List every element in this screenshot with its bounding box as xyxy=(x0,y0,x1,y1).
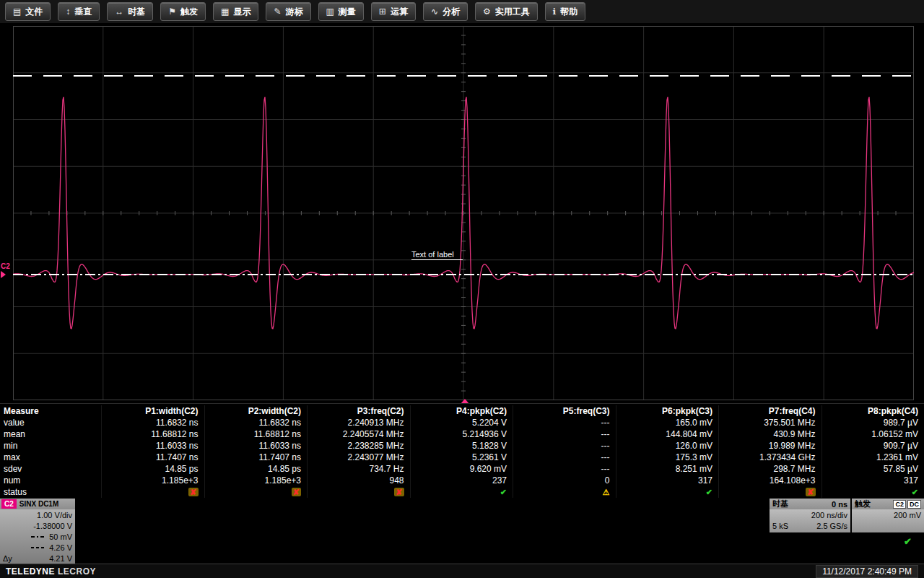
measure-value-cell: 2.243077 MHz xyxy=(307,452,410,463)
measure-row-label: mean xyxy=(0,428,101,440)
measure-value-cell: 1.06152 mV xyxy=(821,428,924,440)
menu-timebase-button[interactable]: ↔时基 xyxy=(107,2,153,21)
measure-col-header[interactable]: P7:freq(C4) xyxy=(718,405,821,417)
timebase-panel[interactable]: 时基 0 ns 200 ns/div 5 kS2.5 GS/s xyxy=(770,499,850,532)
channel-cursor-high-row: 4.26 V xyxy=(0,542,75,553)
status-fail-icon: ✘ xyxy=(806,488,815,496)
trigger-title: 触发 xyxy=(855,499,871,509)
channel-c2-zero-marker[interactable]: C2 xyxy=(1,262,10,278)
menu-analysis-label: 分析 xyxy=(443,6,460,18)
measure-value-cell: 14.85 ps xyxy=(204,463,308,475)
channel-c2-marker-label: C2 xyxy=(1,262,10,270)
menu-help-button[interactable]: ℹ帮助 xyxy=(545,2,586,21)
measure-status-cell: ✘ xyxy=(307,486,410,498)
channel-cursor-low-row: 50 mV xyxy=(0,531,75,542)
measure-col-header[interactable]: P3:freq(C2) xyxy=(307,405,410,417)
flag-icon: ⚑ xyxy=(168,7,176,17)
menu-math-label: 运算 xyxy=(391,6,408,18)
menu-display-button[interactable]: ▦显示 xyxy=(213,2,258,21)
brand-logo: TELEDYNELECROY xyxy=(6,566,96,577)
waveform-display[interactable]: C2 Text of label xyxy=(0,24,924,403)
measure-value-cell: 0 xyxy=(513,475,616,486)
measure-value-cell: 165.0 mV xyxy=(616,417,719,428)
dashdot-line-icon xyxy=(31,536,45,538)
dashed-line-icon xyxy=(31,547,45,548)
trigger-source-chip: C2 xyxy=(893,500,906,509)
menu-help-label: 帮助 xyxy=(560,6,578,18)
brand-lecroy: LECROY xyxy=(58,566,96,577)
vertical-arrows-icon: ↕ xyxy=(66,7,70,17)
status-fail-icon: ✘ xyxy=(188,488,198,496)
menu-analysis-button[interactable]: ∿分析 xyxy=(423,2,468,21)
measure-col-header[interactable]: P2:width(C2) xyxy=(204,405,308,417)
channel-offset-row: -1.38000 V xyxy=(0,520,75,531)
measure-col-header[interactable]: P8:pkpk(C4) xyxy=(821,405,924,417)
measure-status-cell: ✘ xyxy=(718,486,821,498)
file-icon: ▤ xyxy=(13,7,21,17)
menu-trigger-button[interactable]: ⚑触发 xyxy=(160,2,206,21)
trigger-status-check-icon: ✔ xyxy=(904,536,912,547)
channel-c2-arrow-icon xyxy=(1,271,6,278)
horizontal-arrows-icon: ↔ xyxy=(115,7,123,17)
measure-value-cell: 164.108e+3 xyxy=(718,475,821,486)
channel-vdiv-row: 1.00 V/div xyxy=(0,509,75,520)
status-ok-icon: ✔ xyxy=(706,488,712,496)
channel-delta-row: Δy4.21 V xyxy=(0,553,75,564)
menu-utilities-label: 实用工具 xyxy=(495,6,530,18)
measure-value-cell: 2.2405574 MHz xyxy=(307,428,410,440)
measure-value-cell: 8.251 mV xyxy=(616,463,719,475)
measure-value-cell: 11.6832 ns xyxy=(204,417,308,428)
menu-cursors-button[interactable]: ✎游标 xyxy=(266,2,310,21)
menu-vertical-button[interactable]: ↕垂直 xyxy=(58,2,100,21)
measure-value-cell: 126.0 mV xyxy=(616,440,719,452)
measure-value-cell: 11.6832 ns xyxy=(101,417,204,428)
measure-col-header[interactable]: P6:pkpk(C3) xyxy=(616,405,719,417)
measure-value-cell: 1.185e+3 xyxy=(101,475,204,486)
waveform-canvas[interactable] xyxy=(13,26,914,400)
measure-status-cell: ⚠ xyxy=(513,486,616,498)
measure-header-label: Measure xyxy=(0,405,101,417)
measure-value-cell: 317 xyxy=(821,475,924,486)
calculator-icon: ⊞ xyxy=(379,7,386,17)
channel-header: C2 SINX DC1M xyxy=(0,499,75,509)
channel-descriptor-c2[interactable]: C2 SINX DC1M 1.00 V/div -1.38000 V 50 mV… xyxy=(0,499,75,564)
measure-value-cell: 175.3 mV xyxy=(616,452,719,463)
pencil-icon: ✎ xyxy=(274,7,281,17)
measure-col-header[interactable]: P1:width(C2) xyxy=(101,405,204,417)
menu-timebase-label: 时基 xyxy=(128,6,145,18)
timebase-sampling-row: 5 kS2.5 GS/s xyxy=(770,520,850,531)
timebase-title: 时基 xyxy=(772,499,788,509)
measure-value-cell: 11.6033 ns xyxy=(101,440,204,452)
menu-math-button[interactable]: ⊞运算 xyxy=(371,2,416,21)
footer-bar: TELEDYNELECROY 11/12/2017 2:40:49 PM xyxy=(0,564,924,578)
trigger-level-row: 200 mV xyxy=(852,509,924,520)
measure-value-cell: 237 xyxy=(410,475,513,486)
measure-value-cell: 1.2361 mV xyxy=(821,452,924,463)
trigger-panel[interactable]: 触发 C2DC 200 mV xyxy=(852,499,924,532)
measure-value-cell: --- xyxy=(513,428,616,440)
measure-value-cell: 909.7 µV xyxy=(821,440,924,452)
measure-value-cell: 430.9 MHz xyxy=(718,428,821,440)
menu-utilities-button[interactable]: ⚙实用工具 xyxy=(475,2,538,21)
screen-icon: ▦ xyxy=(221,7,229,17)
channel-chip: C2 xyxy=(1,499,17,509)
waveform-text-label[interactable]: Text of label xyxy=(411,250,463,260)
trigger-coupling-chip: DC xyxy=(907,500,921,509)
measure-status-cell: ✘ xyxy=(101,486,204,498)
status-ok-icon: ✔ xyxy=(912,488,918,496)
info-icon: ℹ xyxy=(553,7,557,17)
measure-value-cell: 989.7 µV xyxy=(821,417,924,428)
measure-value-cell: 5.1828 V xyxy=(410,440,513,452)
measure-col-header[interactable]: P5:freq(C3) xyxy=(513,405,616,417)
measure-value-cell: --- xyxy=(513,463,616,475)
menu-measure-button[interactable]: ▥测量 xyxy=(318,2,364,21)
status-fail-icon: ✘ xyxy=(292,488,301,496)
measure-col-header[interactable]: P4:pkpk(C2) xyxy=(410,405,513,417)
timebase-delay: 0 ns xyxy=(832,500,847,509)
measure-value-cell: 1.185e+3 xyxy=(204,475,308,486)
measure-value-cell: 5.2204 V xyxy=(410,417,513,428)
ruler-icon: ▥ xyxy=(326,7,334,17)
measure-status-cell: ✔ xyxy=(410,486,513,498)
menu-file-button[interactable]: ▤文件 xyxy=(5,2,51,21)
measure-table: MeasureP1:width(C2)P2:width(C2)P3:freq(C… xyxy=(0,403,924,499)
